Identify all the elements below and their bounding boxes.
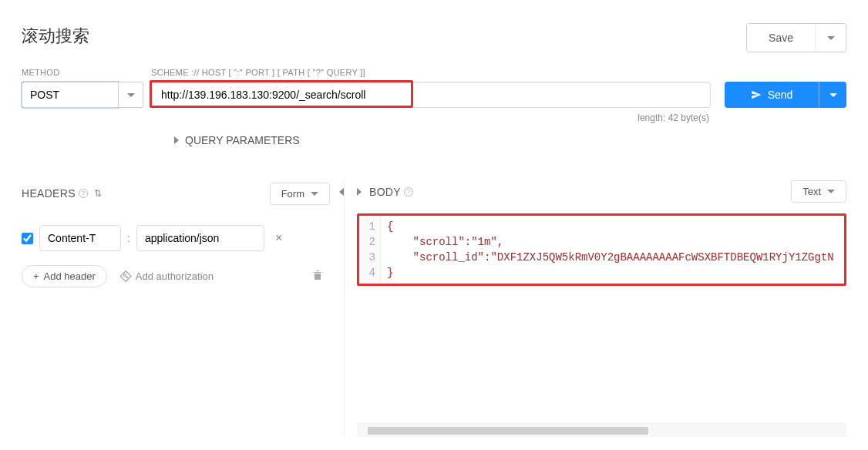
chevron-down-icon <box>311 192 318 196</box>
url-input[interactable] <box>151 82 711 108</box>
remove-header-button[interactable]: × <box>271 231 287 245</box>
query-parameters-label: QUERY PARAMETERS <box>185 134 300 146</box>
send-label: Send <box>768 89 793 101</box>
chevron-down-icon <box>827 36 835 40</box>
spacer-label <box>725 68 846 77</box>
horizontal-scrollbar[interactable] <box>357 423 846 437</box>
length-info: length: 42 byte(s) <box>22 112 709 123</box>
scrollbar-thumb[interactable] <box>368 427 648 435</box>
send-button[interactable]: Send <box>725 82 819 108</box>
header-enable-checkbox[interactable] <box>22 233 33 244</box>
chevron-down-icon <box>127 93 135 97</box>
line-gutter: 1234 <box>359 216 381 284</box>
expand-right-button[interactable] <box>357 188 362 196</box>
body-title: BODY <box>369 186 401 198</box>
body-editor[interactable]: 1234 { "scroll":"1m", "scroll_id":"DXF1Z… <box>359 216 844 284</box>
form-label: Form <box>281 188 304 200</box>
header-value-input[interactable] <box>136 225 264 251</box>
headers-title: HEADERS <box>22 187 76 200</box>
sort-icon[interactable]: ⇅ <box>94 188 102 199</box>
headers-form-toggle[interactable]: Form <box>270 183 330 205</box>
chevron-down-icon <box>829 93 837 97</box>
help-icon[interactable]: ? <box>79 189 88 198</box>
chevron-right-icon <box>357 188 362 196</box>
add-header-button[interactable]: + Add header <box>22 265 107 287</box>
body-mode-label: Text <box>802 186 821 197</box>
save-dropdown[interactable] <box>815 24 846 52</box>
body-mode-toggle[interactable]: Text <box>791 180 846 203</box>
query-parameters-toggle[interactable]: QUERY PARAMETERS <box>174 134 846 146</box>
add-auth-label: Add authorization <box>136 270 214 282</box>
paper-plane-icon <box>751 89 762 100</box>
trash-icon <box>313 270 322 280</box>
clear-headers-button[interactable] <box>313 270 322 283</box>
method-label: METHOD <box>22 68 145 77</box>
save-button-group: Save <box>746 23 846 52</box>
add-header-label: Add header <box>44 270 96 282</box>
save-button[interactable]: Save <box>747 24 815 52</box>
colon-label: : <box>127 232 130 244</box>
method-dropdown[interactable] <box>119 82 143 108</box>
plus-icon: + <box>33 270 39 282</box>
help-icon[interactable]: ? <box>404 187 413 196</box>
page-title: 滚动搜索 <box>22 22 89 48</box>
body-editor-highlight: 1234 { "scroll":"1m", "scroll_id":"DXF1Z… <box>357 213 846 286</box>
code-content[interactable]: { "scroll":"1m", "scroll_id":"DXF1ZXJ5QW… <box>381 216 844 284</box>
key-icon: ⚿ <box>118 269 133 284</box>
header-row: : × <box>22 225 330 251</box>
add-authorization-button[interactable]: ⚿ Add authorization <box>121 270 214 282</box>
send-dropdown[interactable] <box>819 82 846 108</box>
chevron-down-icon <box>827 190 835 193</box>
url-label: SCHEME :// HOST [ ":" PORT ] [ PATH [ "?… <box>151 68 711 77</box>
send-button-group: Send <box>725 82 846 108</box>
header-name-input[interactable] <box>39 225 121 251</box>
chevron-right-icon <box>174 136 179 144</box>
method-input[interactable] <box>22 82 119 108</box>
